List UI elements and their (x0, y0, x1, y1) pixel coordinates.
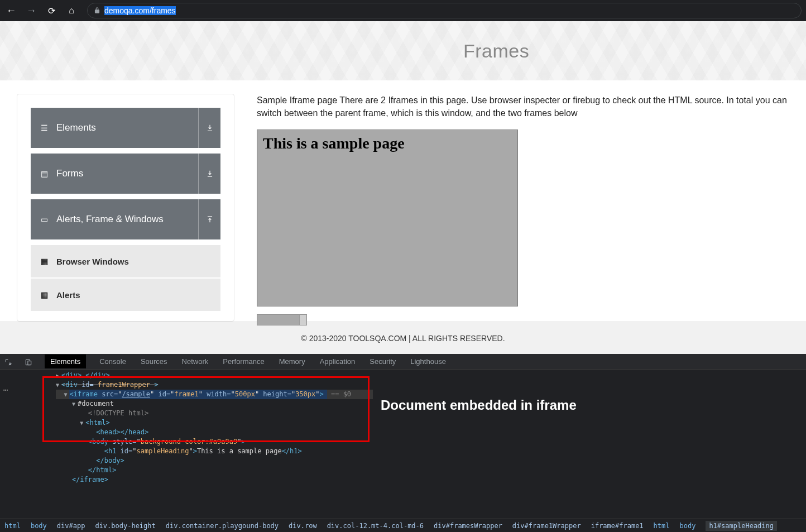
footer: © 2013-2020 TOOLSQA.COM | ALL RIGHTS RES… (0, 322, 806, 354)
sidebar-item-alerts-frames[interactable]: ▭Alerts, Frame & Windows (31, 199, 220, 239)
page-header: Frames (0, 21, 806, 80)
sidebar-sub-browser-windows[interactable]: ▦ Browser Windows (31, 245, 220, 279)
crumb[interactable]: html (4, 522, 21, 530)
crumb[interactable]: html (654, 522, 670, 530)
reload-button[interactable]: ⟳ (45, 6, 58, 16)
crumb[interactable]: div.container.playgound-body (166, 522, 279, 530)
iframe-frame1: This is a sample page (257, 130, 518, 306)
tab-sources[interactable]: Sources (140, 354, 169, 368)
crumb[interactable]: div#app (57, 522, 85, 530)
crumb[interactable]: div.col-12.mt-4.col-md-6 (327, 522, 424, 530)
clipboard-icon: ▤ (41, 169, 51, 178)
address-bar[interactable]: demoqa.com/frames (87, 3, 802, 18)
tab-application[interactable]: Application (319, 354, 357, 368)
sidebar: ☰Elements ▤Forms ▭Alerts, Frame & Window… (17, 94, 234, 322)
expand-icon[interactable] (198, 154, 220, 194)
sidebar-label: Elements (56, 122, 96, 133)
svg-rect-1 (28, 361, 31, 365)
sidebar-item-elements[interactable]: ☰Elements (31, 108, 220, 148)
sidebar-item-forms[interactable]: ▤Forms (31, 154, 220, 194)
tab-lighthouse[interactable]: Lighthouse (409, 354, 447, 368)
crumb[interactable]: iframe#frame1 (591, 522, 644, 530)
sidebar-sub-label: Alerts (56, 290, 80, 300)
footer-text: © 2013-2020 TOOLSQA.COM | ALL RIGHTS RES… (301, 334, 505, 343)
expand-icon[interactable] (198, 108, 220, 148)
dom-breadcrumb[interactable]: html body div#app div.body-height div.co… (0, 519, 806, 532)
tab-console[interactable]: Console (98, 354, 127, 368)
iframe-frame2[interactable] (257, 314, 307, 325)
url-text: demoqa.com/frames (104, 6, 176, 15)
iframe-heading: This is a sample page (257, 130, 517, 157)
sidebar-label: Alerts, Frame & Windows (56, 214, 164, 225)
tab-memory[interactable]: Memory (278, 354, 306, 368)
doc-icon: ▦ (41, 257, 51, 266)
intro-text: Sample Iframe page There are 2 Iframes i… (257, 94, 789, 119)
devtools-tabs: Elements Console Sources Network Perform… (0, 354, 806, 370)
crumb[interactable]: div#framesWrapper (434, 522, 502, 530)
tab-security[interactable]: Security (368, 354, 397, 368)
forward-button[interactable]: → (25, 5, 38, 17)
sidebar-sub-label: Browser Windows (56, 257, 129, 266)
collapse-icon[interactable] (198, 199, 220, 239)
crumb[interactable]: div.body-height (95, 522, 155, 530)
tab-performance[interactable]: Performance (222, 354, 265, 368)
lock-icon (93, 7, 101, 15)
crumb[interactable]: h1#sampleHeading (706, 521, 777, 531)
device-icon[interactable] (25, 357, 32, 366)
crumb[interactable]: body (31, 522, 47, 530)
tab-network[interactable]: Network (181, 354, 210, 368)
main-content: ☰Elements ▤Forms ▭Alerts, Frame & Window… (0, 80, 806, 322)
browser-toolbar: ← → ⟳ ⌂ demoqa.com/frames (0, 0, 806, 21)
crumb[interactable]: div.row (289, 522, 317, 530)
devtools-body: ▶<div>…</div> ▼<div id= frame1Wrapper > … (0, 370, 806, 519)
page-title: Frames (463, 40, 529, 62)
crumb[interactable]: div#frame1Wrapper (512, 522, 581, 530)
back-button[interactable]: ← (4, 5, 18, 17)
tab-elements[interactable]: Elements (45, 354, 86, 368)
sidebar-label: Forms (56, 168, 83, 179)
doc-icon: ▦ (41, 290, 51, 299)
home-button[interactable]: ⌂ (65, 6, 78, 16)
window-icon: ▭ (41, 215, 51, 224)
dom-tree[interactable]: ▶<div>…</div> ▼<div id= frame1Wrapper > … (0, 370, 373, 519)
annotation-label: Document embedded in iframe (373, 370, 806, 519)
inspect-icon[interactable] (4, 357, 12, 366)
main-panel: Sample Iframe page There are 2 Iframes i… (257, 94, 789, 322)
sidebar-sub-alerts[interactable]: ▦ Alerts (31, 279, 220, 312)
menu-icon: ☰ (41, 123, 51, 132)
devtools-panel: Elements Console Sources Network Perform… (0, 354, 806, 532)
crumb[interactable]: body (680, 522, 696, 530)
